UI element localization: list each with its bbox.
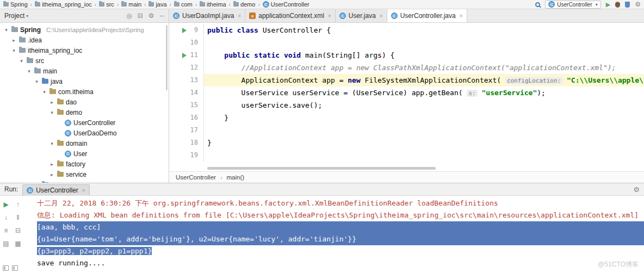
console-output[interactable]: 十二月 22, 2018 6:30:26 下午 org.springframew… <box>26 196 644 273</box>
breadcrumb-item[interactable]: java <box>148 1 166 8</box>
run-settings-gear-icon[interactable]: ⚙ <box>633 185 640 194</box>
editor-tab[interactable]: UserController.java <box>387 9 467 22</box>
hide-panel-icon[interactable] <box>159 12 164 20</box>
tree-item-domain[interactable]: domain <box>0 138 169 148</box>
chevron-icon[interactable] <box>11 38 17 43</box>
code-token <box>207 51 224 59</box>
toolwindow-button-icon[interactable] <box>3 265 9 271</box>
code-line[interactable]: 9public class UserController { <box>169 24 644 36</box>
print-button[interactable]: ▤ <box>3 240 9 247</box>
tree-item-service[interactable]: service <box>0 169 169 179</box>
chevron-icon[interactable] <box>26 69 32 74</box>
line-number: 10 <box>189 36 198 49</box>
tree-item-User[interactable]: User <box>0 148 169 159</box>
breadcrumb-item[interactable]: UserController <box>263 1 309 8</box>
chevron-icon[interactable] <box>49 110 55 115</box>
run-line-icon[interactable] <box>182 28 187 33</box>
run-button[interactable]: ▶ <box>606 2 610 8</box>
tree-item-label: UserController <box>73 119 115 127</box>
code-line[interactable]: 13 ApplicationContext app = new FileSyst… <box>169 74 644 86</box>
chevron-icon[interactable] <box>34 182 40 183</box>
close-icon[interactable] <box>380 13 383 19</box>
tree-scrollbar[interactable] <box>166 25 168 90</box>
locate-file-icon[interactable] <box>126 12 132 20</box>
chevron-icon[interactable] <box>49 162 55 167</box>
editor-tab[interactable]: User.java <box>336 9 387 22</box>
code-line[interactable]: 10 <box>169 36 644 49</box>
editor-tab[interactable]: UserDaoImpl.java <box>169 9 245 22</box>
close-icon[interactable] <box>460 13 463 19</box>
code-token: //ApplicationContext app = new ClassPath… <box>242 64 616 72</box>
tree-item-main[interactable]: main <box>0 66 169 76</box>
code-text: UserService userService = (UserService) … <box>204 86 644 99</box>
breadcrumb-item[interactable]: Spring <box>3 1 28 8</box>
gutter: 10 <box>169 36 204 49</box>
breadcrumb-item[interactable]: UserController <box>176 174 216 181</box>
code-token: userService.save(); <box>207 101 322 109</box>
tree-item-UserDaoDemo[interactable]: UserDaoDemo <box>0 128 169 138</box>
pause-output-button[interactable]: ‖ <box>17 214 20 221</box>
chevron-icon[interactable] <box>34 79 40 84</box>
tree-item-com.itheima[interactable]: com.itheima <box>0 86 169 97</box>
run-config-select[interactable]: UserController <box>545 1 600 9</box>
project-view-dropdown[interactable]: Project <box>4 12 28 20</box>
console-line: {u1=User{name='tom', addr='beijing'}, u2… <box>37 233 644 245</box>
code-line[interactable]: 11 public static void main(String[] args… <box>169 49 644 61</box>
prev-occurrence-button[interactable]: ↑ <box>16 201 20 208</box>
search-icon[interactable] <box>535 2 540 7</box>
close-icon[interactable] <box>238 13 241 19</box>
code-line[interactable]: 12 //ApplicationContext app = new ClassP… <box>169 61 644 74</box>
breadcrumb-item[interactable]: src <box>99 1 114 8</box>
gear-icon[interactable] <box>148 12 154 20</box>
tree-item-label: Spring <box>20 26 41 34</box>
chevron-icon[interactable] <box>3 27 9 33</box>
chevron-icon[interactable] <box>49 172 55 177</box>
code-line[interactable]: 15 userService.save(); <box>169 99 644 111</box>
tree-item-Spring[interactable]: SpringC:\Users\apple\IdeaProjects\Spring <box>0 24 169 35</box>
run-line-icon[interactable] <box>182 53 187 58</box>
code-line[interactable]: 19 <box>169 149 644 162</box>
code-token: "userService" <box>482 89 537 97</box>
code-area[interactable]: 9public class UserController {1011 publi… <box>169 23 644 171</box>
tree-item-.idea[interactable]: .idea <box>0 35 169 45</box>
chevron-icon[interactable] <box>49 141 55 146</box>
breadcrumb-item[interactable]: itheima_spring_ioc <box>35 1 92 8</box>
soft-wrap-button[interactable]: ≡ <box>4 227 8 234</box>
clear-all-button[interactable]: ▦ <box>15 240 21 247</box>
code-line[interactable]: 17 <box>169 124 644 136</box>
chevron-icon[interactable] <box>18 58 24 64</box>
tree-item-resources[interactable]: resources <box>0 179 169 183</box>
breadcrumb-item[interactable]: itheima <box>200 1 226 8</box>
horizontal-scrollbar[interactable] <box>207 167 436 170</box>
collapse-all-button[interactable]: ⊟ <box>15 227 21 234</box>
tree-item-demo[interactable]: demo <box>0 107 169 117</box>
chevron-icon[interactable] <box>11 48 17 53</box>
chevron-icon[interactable] <box>49 100 55 105</box>
editor-tab[interactable]: applicationContext.xml <box>245 9 336 22</box>
code-line[interactable]: 16 } <box>169 111 644 124</box>
collapse-all-icon[interactable] <box>138 12 143 20</box>
tree-item-dao[interactable]: dao <box>0 97 169 107</box>
breadcrumb-item[interactable]: main <box>121 1 141 8</box>
next-occurrence-button[interactable]: ↓ <box>4 214 8 221</box>
chevron-icon[interactable] <box>41 89 47 95</box>
code-line[interactable]: 14 UserService userService = (UserServic… <box>169 86 644 99</box>
tree-item-factory[interactable]: factory <box>0 159 169 169</box>
tree-item-java[interactable]: java <box>0 76 169 86</box>
close-icon[interactable] <box>328 13 331 19</box>
tree-item-itheima_spring_ioc[interactable]: itheima_spring_ioc <box>0 45 169 55</box>
code-line[interactable]: 18} <box>169 136 644 149</box>
toolwindow-button-icon[interactable] <box>12 265 18 271</box>
run-coverage-icon[interactable] <box>625 2 630 8</box>
breadcrumb-item[interactable]: com <box>174 1 193 8</box>
settings-gear-icon[interactable]: ⚙ <box>635 1 641 8</box>
tree-item-UserController[interactable]: UserController <box>0 117 169 128</box>
tree-item-label: demo <box>66 109 82 116</box>
tree-item-src[interactable]: src <box>0 55 169 66</box>
breadcrumb-item[interactable]: demo <box>233 1 256 8</box>
debug-bug-icon[interactable] <box>615 2 620 8</box>
close-icon[interactable] <box>82 188 85 194</box>
breadcrumb-item[interactable]: main() <box>226 174 244 181</box>
run-tab[interactable]: UserController <box>22 184 89 196</box>
rerun-button[interactable]: ▶ <box>3 201 8 208</box>
